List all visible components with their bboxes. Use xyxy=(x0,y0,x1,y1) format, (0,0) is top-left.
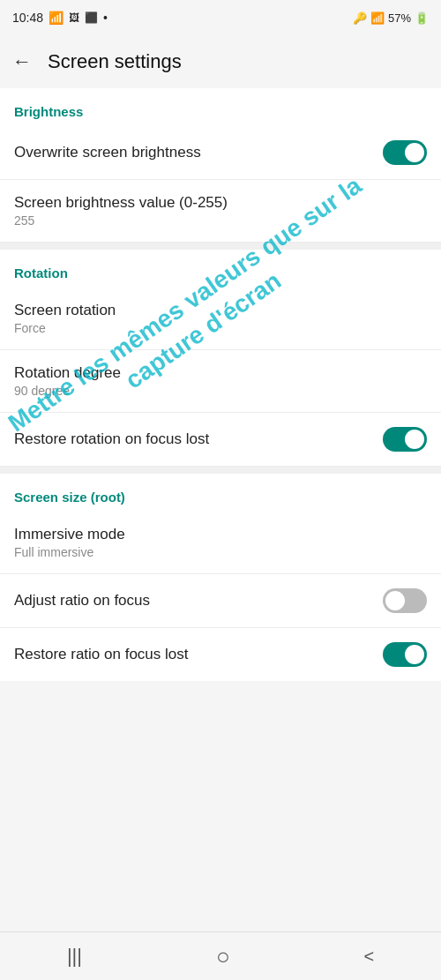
setting-sublabel: Full immersive xyxy=(14,545,427,559)
setting-text: Adjust ratio on focus xyxy=(14,592,372,610)
page-title: Screen settings xyxy=(48,50,182,73)
setting-label: Immersive mode xyxy=(14,526,427,543)
setting-screen-rotation[interactable]: Screen rotation Force xyxy=(0,288,441,350)
divider xyxy=(0,243,441,250)
setting-text: Screen brightness value (0-255) 255 xyxy=(14,194,427,228)
setting-restore-ratio[interactable]: Restore ratio on focus lost xyxy=(0,628,441,681)
setting-text: Immersive mode Full immersive xyxy=(14,526,427,559)
back-nav-button[interactable]: < xyxy=(363,946,374,967)
setting-sublabel: Force xyxy=(14,321,427,335)
setting-text: Restore rotation on focus lost xyxy=(14,430,372,448)
setting-label: Screen brightness value (0-255) xyxy=(14,194,427,212)
setting-adjust-ratio[interactable]: Adjust ratio on focus xyxy=(0,574,441,628)
setting-label: Overwrite screen brightness xyxy=(14,144,372,161)
top-bar: ← Screen settings xyxy=(0,35,441,88)
battery-saving-icon: ⬛ xyxy=(85,11,98,24)
setting-sublabel: 255 xyxy=(14,213,427,228)
setting-text: Rotation degree 90 degree xyxy=(14,364,427,398)
back-button[interactable]: ← xyxy=(12,50,32,73)
setting-label: Restore ratio on focus lost xyxy=(14,646,372,663)
status-time: 10:48 xyxy=(12,11,43,25)
battery-icon: 🔋 xyxy=(415,11,429,25)
image-icon: 🖼 xyxy=(69,11,79,24)
setting-label: Rotation degree xyxy=(14,364,427,382)
nav-bar: ||| ○ < xyxy=(0,931,441,980)
wifi-icon: 📶 xyxy=(49,11,64,25)
setting-restore-rotation[interactable]: Restore rotation on focus lost xyxy=(0,413,441,467)
toggle-restore-ratio[interactable] xyxy=(383,642,427,667)
toggle-adjust-ratio[interactable] xyxy=(383,588,427,613)
status-right: 🔑 📶 57% 🔋 xyxy=(353,11,429,25)
setting-rotation-degree[interactable]: Rotation degree 90 degree xyxy=(0,350,441,413)
setting-label: Screen rotation xyxy=(14,302,427,319)
status-bar: 10:48 📶 🖼 ⬛ • 🔑 📶 57% 🔋 xyxy=(0,0,441,35)
home-button[interactable]: ○ xyxy=(216,943,230,970)
key-icon: 🔑 xyxy=(353,11,367,25)
toggle-restore-rotation[interactable] xyxy=(383,427,427,452)
setting-sublabel: 90 degree xyxy=(14,384,427,398)
setting-immersive-mode[interactable]: Immersive mode Full immersive xyxy=(0,512,441,574)
setting-label: Restore rotation on focus lost xyxy=(14,430,372,448)
setting-text: Overwrite screen brightness xyxy=(14,144,372,161)
setting-overwrite-brightness[interactable]: Overwrite screen brightness xyxy=(0,126,441,180)
status-left: 10:48 📶 🖼 ⬛ • xyxy=(12,11,108,25)
settings-list: Brightness Overwrite screen brightness S… xyxy=(0,88,441,681)
toggle-overwrite-brightness[interactable] xyxy=(383,140,427,165)
recent-apps-button[interactable]: ||| xyxy=(67,945,82,968)
signal-icon: 📶 xyxy=(370,11,385,25)
section-header-screen-size: Screen size (root) xyxy=(0,474,441,512)
battery-percent: 57% xyxy=(388,11,411,25)
section-header-rotation: Rotation xyxy=(0,250,441,288)
setting-label: Adjust ratio on focus xyxy=(14,592,372,610)
setting-text: Restore ratio on focus lost xyxy=(14,646,372,663)
setting-brightness-value[interactable]: Screen brightness value (0-255) 255 xyxy=(0,180,441,243)
section-header-brightness: Brightness xyxy=(0,88,441,126)
divider xyxy=(0,467,441,474)
dot-icon: • xyxy=(103,11,108,25)
setting-text: Screen rotation Force xyxy=(14,302,427,335)
